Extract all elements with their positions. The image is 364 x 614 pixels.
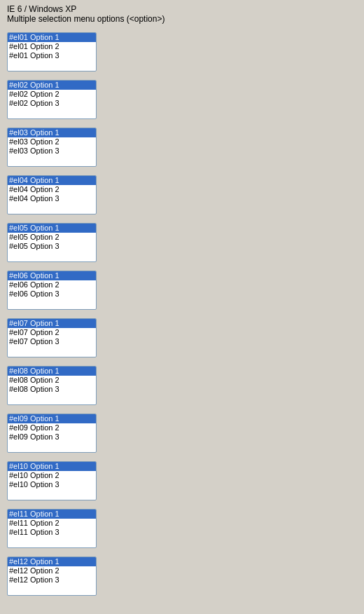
select-wrapper-el07: #el07 Option 1#el07 Option 2#el07 Option… bbox=[7, 318, 357, 357]
option-el08-3[interactable]: #el08 Option 3 bbox=[8, 385, 96, 394]
option-el10-1[interactable]: #el10 Option 1 bbox=[8, 462, 96, 471]
select-wrapper-el09: #el09 Option 1#el09 Option 2#el09 Option… bbox=[7, 414, 357, 453]
select-el10[interactable]: #el10 Option 1#el10 Option 2#el10 Option… bbox=[7, 461, 97, 500]
option-el11-3[interactable]: #el11 Option 3 bbox=[8, 528, 96, 537]
option-el05-2[interactable]: #el05 Option 2 bbox=[8, 233, 96, 242]
option-el08-2[interactable]: #el08 Option 2 bbox=[8, 376, 96, 385]
select-el07[interactable]: #el07 Option 1#el07 Option 2#el07 Option… bbox=[7, 318, 97, 357]
option-el09-1[interactable]: #el09 Option 1 bbox=[8, 414, 96, 423]
option-el08-1[interactable]: #el08 Option 1 bbox=[8, 367, 96, 376]
option-el10-3[interactable]: #el10 Option 3 bbox=[8, 480, 96, 489]
select-wrapper-el12: #el12 Option 1#el12 Option 2#el12 Option… bbox=[7, 557, 357, 596]
option-el04-1[interactable]: #el04 Option 1 bbox=[8, 176, 96, 185]
option-el07-3[interactable]: #el07 Option 3 bbox=[8, 337, 96, 346]
select-el01[interactable]: #el01 Option 1#el01 Option 2#el01 Option… bbox=[7, 32, 97, 71]
option-el12-3[interactable]: #el12 Option 3 bbox=[8, 575, 96, 585]
option-el03-2[interactable]: #el03 Option 2 bbox=[8, 137, 96, 146]
option-el03-3[interactable]: #el03 Option 3 bbox=[8, 146, 96, 156]
option-el01-1[interactable]: #el01 Option 1 bbox=[8, 33, 96, 42]
option-el09-3[interactable]: #el09 Option 3 bbox=[8, 432, 96, 442]
option-el09-2[interactable]: #el09 Option 2 bbox=[8, 423, 96, 432]
select-wrapper-el03: #el03 Option 1#el03 Option 2#el03 Option… bbox=[7, 128, 357, 167]
page-subtitle: Multiple selection menu options (<option… bbox=[7, 14, 357, 24]
option-el03-1[interactable]: #el03 Option 1 bbox=[8, 128, 96, 137]
select-wrapper-el01: #el01 Option 1#el01 Option 2#el01 Option… bbox=[7, 32, 357, 71]
select-el06[interactable]: #el06 Option 1#el06 Option 2#el06 Option… bbox=[7, 271, 97, 310]
option-el05-1[interactable]: #el05 Option 1 bbox=[8, 224, 96, 233]
option-el11-2[interactable]: #el11 Option 2 bbox=[8, 519, 96, 528]
select-el09[interactable]: #el09 Option 1#el09 Option 2#el09 Option… bbox=[7, 414, 97, 453]
select-wrapper-el06: #el06 Option 1#el06 Option 2#el06 Option… bbox=[7, 271, 357, 310]
select-el12[interactable]: #el12 Option 1#el12 Option 2#el12 Option… bbox=[7, 557, 97, 596]
option-el02-3[interactable]: #el02 Option 3 bbox=[8, 99, 96, 108]
option-el12-1[interactable]: #el12 Option 1 bbox=[8, 557, 96, 566]
option-el07-2[interactable]: #el07 Option 2 bbox=[8, 328, 96, 337]
page-header: IE 6 / Windows XP Multiple selection men… bbox=[0, 0, 364, 27]
select-el02[interactable]: #el02 Option 1#el02 Option 2#el02 Option… bbox=[7, 80, 97, 119]
option-el06-2[interactable]: #el06 Option 2 bbox=[8, 280, 96, 289]
option-el12-2[interactable]: #el12 Option 2 bbox=[8, 566, 96, 575]
option-el11-1[interactable]: #el11 Option 1 bbox=[8, 510, 96, 519]
option-el06-1[interactable]: #el06 Option 1 bbox=[8, 271, 96, 280]
select-el05[interactable]: #el05 Option 1#el05 Option 2#el05 Option… bbox=[7, 223, 97, 262]
option-el04-3[interactable]: #el04 Option 3 bbox=[8, 194, 96, 203]
selects-container: #el01 Option 1#el01 Option 2#el01 Option… bbox=[0, 27, 364, 610]
select-wrapper-el08: #el08 Option 1#el08 Option 2#el08 Option… bbox=[7, 366, 357, 405]
option-el01-3[interactable]: #el01 Option 3 bbox=[8, 51, 96, 60]
option-el01-2[interactable]: #el01 Option 2 bbox=[8, 42, 96, 51]
select-el08[interactable]: #el08 Option 1#el08 Option 2#el08 Option… bbox=[7, 366, 97, 405]
option-el04-2[interactable]: #el04 Option 2 bbox=[8, 185, 96, 194]
select-el03[interactable]: #el03 Option 1#el03 Option 2#el03 Option… bbox=[7, 128, 97, 167]
select-wrapper-el10: #el10 Option 1#el10 Option 2#el10 Option… bbox=[7, 461, 357, 500]
option-el02-1[interactable]: #el02 Option 1 bbox=[8, 81, 96, 90]
option-el06-3[interactable]: #el06 Option 3 bbox=[8, 289, 96, 299]
select-wrapper-el04: #el04 Option 1#el04 Option 2#el04 Option… bbox=[7, 175, 357, 214]
select-el04[interactable]: #el04 Option 1#el04 Option 2#el04 Option… bbox=[7, 175, 97, 214]
page-title: IE 6 / Windows XP bbox=[7, 4, 357, 14]
option-el05-3[interactable]: #el05 Option 3 bbox=[8, 242, 96, 251]
option-el07-1[interactable]: #el07 Option 1 bbox=[8, 319, 96, 328]
select-el11[interactable]: #el11 Option 1#el11 Option 2#el11 Option… bbox=[7, 509, 97, 548]
select-wrapper-el05: #el05 Option 1#el05 Option 2#el05 Option… bbox=[7, 223, 357, 262]
option-el02-2[interactable]: #el02 Option 2 bbox=[8, 90, 96, 99]
select-wrapper-el02: #el02 Option 1#el02 Option 2#el02 Option… bbox=[7, 80, 357, 119]
select-wrapper-el11: #el11 Option 1#el11 Option 2#el11 Option… bbox=[7, 509, 357, 548]
option-el10-2[interactable]: #el10 Option 2 bbox=[8, 471, 96, 480]
